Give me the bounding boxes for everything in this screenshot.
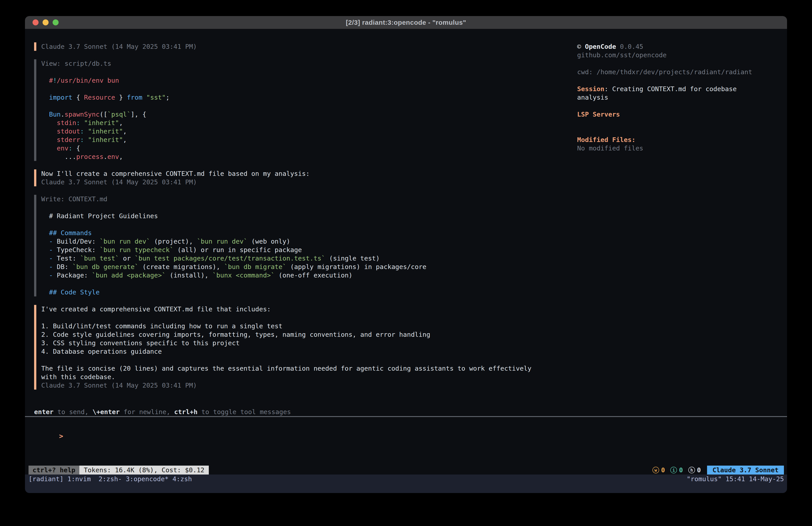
text-segment: (create migrations), (139, 263, 224, 271)
warning-count-icon: w (652, 467, 659, 473)
tmux-window-1[interactable]: 1:nvim (63, 475, 95, 483)
terminal-line: Modified Files: (577, 136, 760, 144)
terminal-line: Now I'll create a comprehensive CONTEXT.… (41, 169, 310, 178)
tmux-window-4[interactable]: 4:zsh (169, 475, 192, 483)
text-segment: import (49, 94, 72, 101)
terminal-line: Claude 3.7 Sonnet (14 May 2025 03:41 PM) (41, 381, 532, 389)
terminal-line (41, 102, 170, 110)
terminal-line: cwd: /home/thdxr/dev/projects/radiant/ra… (577, 68, 760, 76)
text-segment: 0.0.45 (616, 43, 643, 51)
assistant-message-block: I've created a comprehensive CONTEXT.md … (34, 305, 577, 389)
window-titlebar[interactable]: [2/3] radiant:3:opencode - "romulus" (25, 16, 787, 29)
model-badge[interactable]: Claude 3.7 Sonnet (707, 466, 784, 474)
terminal-window: [2/3] radiant:3:opencode - "romulus" Cla… (25, 16, 787, 493)
close-button[interactable] (32, 19, 39, 25)
text-segment (41, 271, 49, 279)
tmux-session-name: [radiant] (29, 475, 63, 483)
text-segment: `bun db generate` (72, 263, 139, 271)
text-segment: Modified Files: (577, 136, 636, 144)
text-segment: ], { (131, 111, 146, 118)
text-segment: from (127, 94, 142, 101)
tmux-right-status: "romulus" 15:41 14-May-25 (687, 474, 784, 483)
terminal-line: env: { (41, 144, 170, 153)
text-segment: `bun db migrate` (224, 263, 286, 271)
text-segment: - (49, 238, 53, 245)
traffic-lights (32, 16, 59, 29)
terminal-line: # Radiant Project Guidelines (41, 212, 426, 220)
keybinding-hints: enter to send, \+enter for newline, ctrl… (25, 408, 787, 416)
text-segment (41, 246, 49, 254)
terminal-line: 1. Build/lint/test commands including ho… (41, 322, 532, 330)
terminal-line: The file is concise (20 lines) and captu… (41, 364, 532, 373)
text-segment: Now I'll create a comprehensive CONTEXT.… (41, 170, 310, 177)
hint-count: h0 (688, 466, 701, 474)
block-lines: Write: CONTEXT.md # Radiant Project Guid… (41, 195, 426, 296)
terminal-line: with this codebase. (41, 373, 532, 381)
text-segment: } (115, 94, 127, 101)
terminal-line: Claude 3.7 Sonnet (14 May 2025 03:41 PM) (41, 42, 197, 51)
text-segment: stdout (57, 127, 80, 135)
terminal-line: - Test: `bun test` or `bun test packages… (41, 254, 426, 262)
text-segment: Claude 3.7 Sonnet (14 May 2025 03:41 PM) (41, 382, 197, 389)
text-segment: , (123, 127, 127, 135)
text-segment: { (72, 94, 84, 101)
warning-count-value: 0 (661, 466, 665, 474)
terminal-line (577, 59, 760, 68)
text-segment: \+enter (92, 408, 120, 416)
opencode-main: Claude 3.7 Sonnet (14 May 2025 03:41 PM)… (25, 29, 787, 408)
text-segment: No modified files (577, 144, 643, 152)
terminal-line: Write: CONTEXT.md (41, 195, 426, 203)
text-segment: , (123, 136, 127, 144)
tool-output-view-block: View: script/db.ts #!/usr/bin/env bun im… (34, 59, 577, 161)
text-segment: /usr/bin/env bun (57, 77, 119, 84)
text-segment: (web only) (247, 238, 290, 245)
text-segment: , (119, 119, 123, 127)
text-segment (41, 77, 49, 84)
text-segment (41, 127, 57, 135)
text-segment: stdin (57, 119, 76, 127)
terminal-line: 3. CSS styling conventions specific to t… (41, 339, 532, 347)
block-lines: View: script/db.ts #!/usr/bin/env bun im… (41, 59, 170, 161)
opencode-statusbar: ctrl+? help Tokens: 16.4K (8%), Cost: $0… (25, 466, 787, 474)
text-segment (41, 136, 57, 144)
text-segment: - (49, 255, 53, 262)
terminal-line: View: script/db.ts (41, 59, 170, 68)
text-segment: spawnSync (64, 111, 100, 118)
text-segment: Claude 3.7 Sonnet (14 May 2025 03:41 PM) (41, 178, 197, 186)
text-segment: (project), (150, 238, 197, 245)
text-segment: 4. Database operations guidance (41, 348, 162, 355)
terminal-line: Session: Creating CONTEXT.md for codebas… (577, 85, 760, 102)
minimize-button[interactable] (43, 19, 48, 25)
tmux-window-3[interactable]: 3:opencode* (122, 475, 169, 483)
text-segment: "inherit" (88, 136, 123, 144)
terminal-line: © OpenCode 0.0.45 (577, 42, 760, 51)
text-segment: `bun run typecheck` (100, 246, 174, 254)
prompt-input[interactable]: > (25, 417, 787, 466)
text-segment: Resource (84, 94, 115, 101)
text-segment: "sst" (146, 94, 165, 101)
session-sidebar: © OpenCode 0.0.45github.com/sst/opencode… (577, 42, 787, 408)
tmux-window-2[interactable]: 2:zsh- (95, 475, 122, 483)
terminal-line: stdout: "inherit", (41, 127, 170, 136)
text-segment: or (119, 255, 134, 262)
terminal-line (577, 102, 760, 110)
text-segment: TypeCheck: (53, 246, 100, 254)
zoom-button[interactable] (53, 19, 59, 25)
warning-count: w0 (652, 466, 665, 474)
help-badge[interactable]: ctrl+? help (29, 466, 79, 474)
assistant-message-header-block: Claude 3.7 Sonnet (14 May 2025 03:41 PM) (34, 42, 577, 51)
text-segment: process (76, 153, 103, 160)
text-segment (41, 144, 57, 152)
terminal-line (577, 76, 760, 85)
text-segment: ([ (100, 111, 107, 118)
text-segment: cwd: /home/thdxr/dev/projects/radiant/ra… (577, 68, 752, 76)
info-count: i0 (670, 466, 683, 474)
terminal-line: LSP Servers (577, 110, 760, 118)
text-segment (41, 94, 49, 101)
text-segment: . (61, 111, 64, 118)
text-segment: ## Commands (41, 229, 92, 237)
text-segment: to toggle tool messages (198, 408, 291, 416)
text-segment: : (80, 136, 84, 144)
text-segment: Build/Dev: (53, 238, 100, 245)
terminal-line (41, 356, 532, 364)
